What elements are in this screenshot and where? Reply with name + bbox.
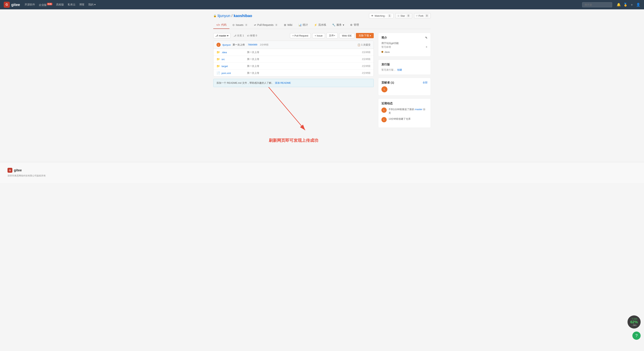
search-input[interactable] bbox=[582, 2, 612, 7]
file-row: 📁 target 第一次上传 2分钟前 bbox=[214, 63, 374, 70]
tab-pipeline[interactable]: ⚡ 流水线 bbox=[311, 21, 329, 29]
watch-button[interactable]: 👁 Watching - 1 bbox=[369, 13, 393, 18]
contributors-title: 贡献者 (1) bbox=[382, 81, 394, 84]
branch-count-label[interactable]: 分支 1 bbox=[237, 34, 244, 37]
pr-count: 0 bbox=[274, 23, 278, 26]
pull-request-btn[interactable]: + Pull Request bbox=[290, 33, 311, 38]
commit-hash[interactable]: 7084909 bbox=[248, 43, 257, 46]
nav-blog[interactable]: 博客 bbox=[79, 3, 84, 6]
watch-label: Watching - bbox=[374, 14, 386, 17]
sidebar-lang: Java bbox=[382, 50, 428, 53]
tab-manage[interactable]: ⚙ 管理 bbox=[347, 21, 362, 29]
repo-name[interactable]: kaoshibao bbox=[234, 14, 252, 18]
nav-enterprise[interactable]: 企业版特惠 bbox=[39, 3, 52, 7]
sidebar-release-info: 暂无发行版， 创建 bbox=[382, 68, 428, 71]
code-icon: </> bbox=[216, 23, 220, 26]
tab-wiki-label: Wiki bbox=[287, 23, 292, 26]
sidebar-tag: 暂无标签 + bbox=[382, 45, 428, 49]
sidebar-intro-title: 简介 ✎ bbox=[382, 36, 428, 39]
tab-stats[interactable]: 📊 统计 bbox=[296, 21, 311, 29]
activity-text-0: 不到1分钟前推送了新的 master 分支 bbox=[388, 107, 428, 115]
all-contributors-link[interactable]: 全部 bbox=[423, 81, 428, 84]
file-row: 📁 .idea 第一次上传 2分钟前 bbox=[214, 49, 374, 56]
issues-icon: ⊙ bbox=[232, 23, 235, 26]
create-release-link[interactable]: 创建 bbox=[397, 68, 402, 71]
commit-author[interactable]: lijunyun bbox=[222, 43, 231, 46]
commit-count-label: 1 次提交 bbox=[361, 43, 370, 46]
file-name-2[interactable]: target bbox=[222, 65, 244, 68]
bell-icon[interactable]: 🔔 bbox=[617, 2, 621, 7]
logo[interactable]: G gitee bbox=[4, 2, 20, 8]
footer-logo: G gitee bbox=[8, 168, 636, 173]
nav-opensource[interactable]: 开源软件 bbox=[24, 3, 35, 6]
tab-wiki[interactable]: ⊞ Wiki bbox=[281, 21, 295, 29]
file-time-3: 2分钟前 bbox=[362, 71, 370, 75]
contributor-avatar-0[interactable]: L bbox=[382, 86, 388, 92]
contributors-row: 贡献者 (1) 全部 bbox=[382, 81, 428, 84]
sidebar-contributors: 贡献者 (1) 全部 L bbox=[378, 78, 431, 95]
manage-icon: ⚙ bbox=[350, 23, 352, 26]
nav-university[interactable]: 高校版 bbox=[56, 3, 64, 6]
file-name-3[interactable]: pom.xml bbox=[222, 72, 244, 74]
tab-pipeline-label: 流水线 bbox=[318, 23, 326, 26]
star-button[interactable]: ☆ Star 0 bbox=[395, 13, 412, 18]
activity-branch-0[interactable]: master bbox=[415, 108, 422, 111]
tab-pullrequests[interactable]: ⇌ Pull Requests 0 bbox=[251, 21, 281, 29]
webide-btn[interactable]: Web IDE bbox=[339, 33, 354, 38]
file-msg-3: 第一次上传 bbox=[244, 71, 362, 75]
sidebar-intro: 简介 ✎ 用于玩玩git功能 暂无标签 + Java bbox=[378, 33, 431, 56]
avatar-icon[interactable]: 👤 bbox=[636, 2, 640, 7]
tab-code[interactable]: </> 代码 bbox=[213, 21, 230, 29]
tag-count: 🏷 标签 0 bbox=[247, 34, 257, 37]
plus-icon[interactable]: ＋ bbox=[630, 2, 634, 7]
star-count: 0 bbox=[407, 14, 410, 17]
wiki-icon: ⊞ bbox=[284, 23, 286, 26]
tab-issues[interactable]: ⊙ Issues 0 bbox=[230, 21, 251, 29]
fork-count: 0 bbox=[425, 14, 429, 17]
activity-item-0: L 不到1分钟前推送了新的 master 分支 bbox=[382, 107, 428, 115]
nav-icons: 🔔 🏅 ＋ 👤 bbox=[617, 2, 640, 7]
nav-private[interactable]: 私有云 bbox=[68, 3, 76, 6]
commit-icon: 📋 bbox=[358, 43, 360, 46]
add-readme-link[interactable]: 添加 README bbox=[275, 81, 291, 85]
file-name-0[interactable]: .idea bbox=[222, 51, 244, 54]
file-btn[interactable]: 文件+ bbox=[326, 33, 338, 38]
branch-name: master bbox=[219, 34, 226, 37]
file-name-1[interactable]: src bbox=[222, 58, 244, 61]
repo-owner[interactable]: lijunyun bbox=[218, 14, 230, 18]
medal-icon[interactable]: 🏅 bbox=[624, 2, 628, 7]
tab-services[interactable]: 🔧 服务 ▾ bbox=[329, 21, 347, 29]
file-msg-1: 第一次上传 bbox=[244, 57, 362, 61]
commit-message[interactable]: 第一次上传 bbox=[232, 43, 245, 46]
commit-count[interactable]: 📋 1 次提交 bbox=[358, 43, 370, 46]
footer-logo-icon: G bbox=[8, 168, 12, 173]
add-tag-icon[interactable]: + bbox=[426, 45, 428, 49]
lang-dot bbox=[382, 51, 383, 53]
repo-actions: 👁 Watching - 1 ☆ Star 0 ⑂ Fork 0 bbox=[369, 13, 431, 18]
repo-separator: / bbox=[232, 14, 232, 18]
folder-icon: 📁 bbox=[216, 64, 220, 68]
file-table: L lijunyun 第一次上传 7084909 2分钟前 📋 1 次提交 📁 … bbox=[213, 41, 374, 77]
activity-avatar-0: L bbox=[382, 107, 387, 113]
branch-bar: ⎇ master ▾ ⎇ 分支 1 🏷 标签 0 bbox=[213, 33, 374, 38]
watch-count: 1 bbox=[388, 14, 391, 17]
stats-icon: 📊 bbox=[298, 23, 302, 26]
pr-icon: ⇌ bbox=[254, 23, 256, 26]
lock-icon: 🔒 bbox=[213, 14, 216, 17]
tejia-badge: 特惠 bbox=[47, 3, 52, 5]
footer: G gitee 深圳市奥思网络科技有限公司版权所有 bbox=[0, 162, 644, 183]
issue-btn[interactable]: + Issue bbox=[312, 33, 325, 38]
edit-icon[interactable]: ✎ bbox=[425, 36, 428, 39]
file-icon: 📄 bbox=[216, 71, 220, 75]
fork-button[interactable]: ⑂ Fork 0 bbox=[414, 13, 431, 18]
activity-text-1: 13分钟前创建了仓库 bbox=[388, 117, 411, 121]
nav-mine[interactable]: 我的 ▾ bbox=[88, 3, 96, 6]
sidebar-intro-desc: 用于玩玩git功能 bbox=[382, 41, 428, 45]
branch-info: ⎇ 分支 1 🏷 标签 0 bbox=[234, 34, 257, 37]
clone-btn[interactable]: 克隆/下载 ▾ bbox=[356, 33, 374, 38]
branch-right: + Pull Request + Issue 文件+ Web IDE 克隆/下载… bbox=[290, 33, 374, 38]
repo-title: 🔒 lijunyun / kaoshibao bbox=[213, 14, 252, 18]
branch-selector[interactable]: ⎇ master ▾ bbox=[213, 33, 230, 38]
tag-count-label[interactable]: 标签 0 bbox=[250, 34, 257, 37]
file-time-1: 2分钟前 bbox=[362, 57, 370, 61]
